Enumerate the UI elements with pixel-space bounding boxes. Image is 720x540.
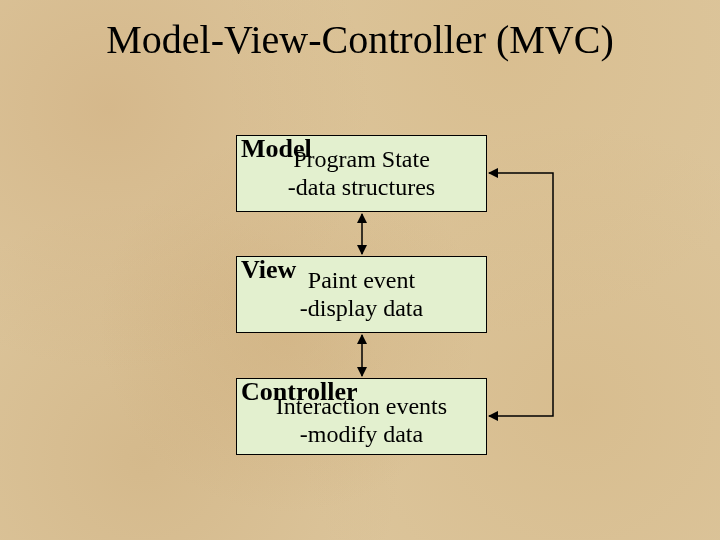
model-box: Model Program State -data structures (236, 135, 487, 212)
controller-line1: Interaction events (237, 393, 486, 421)
controller-box: Controller Interaction events -modify da… (236, 378, 487, 455)
model-line1: Program State (237, 146, 486, 174)
controller-line2: -modify data (237, 421, 486, 449)
page-title: Model-View-Controller (MVC) (0, 16, 720, 63)
view-box: View Paint event -display data (236, 256, 487, 333)
model-line2: -data structures (237, 174, 486, 202)
arrow-model-controller (489, 173, 553, 416)
view-line1: Paint event (237, 267, 486, 295)
view-line2: -display data (237, 295, 486, 323)
